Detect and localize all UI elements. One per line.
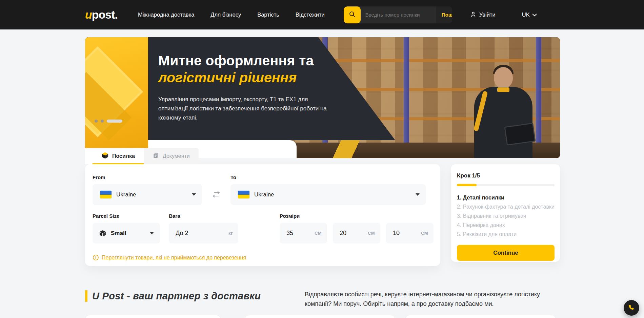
- heading-accent-bar: [85, 290, 87, 302]
- from-country-select[interactable]: Ukraine: [93, 184, 202, 205]
- dimension-length-field: СМ: [280, 223, 327, 243]
- intro-heading: U Post - ваш партнер з доставки: [92, 291, 261, 302]
- language-value: UK: [522, 12, 530, 18]
- carousel-dot[interactable]: [95, 120, 98, 123]
- dimension-width-field: СМ: [333, 223, 380, 243]
- service-card[interactable]: [245, 315, 395, 318]
- dimension-width-input[interactable]: [340, 230, 368, 237]
- to-label: To: [230, 174, 426, 180]
- parcel-size-value: Small: [111, 230, 150, 237]
- search-button[interactable]: [344, 6, 361, 23]
- parcel-size-label: Parcel Size: [93, 213, 160, 219]
- caret-down-icon: [416, 193, 420, 196]
- search-input[interactable]: [361, 6, 436, 23]
- step-item-4: 4. Перевірка даних: [457, 220, 555, 230]
- weight-input[interactable]: [176, 230, 228, 237]
- parcel-box-icon: [101, 152, 109, 161]
- caret-down-icon: [192, 193, 196, 196]
- caret-down-icon: [150, 232, 154, 234]
- nav-item-pricing[interactable]: Вартість: [257, 12, 279, 18]
- info-icon: [93, 254, 99, 261]
- intro-heading-wrap: U Post - ваш партнер з доставки: [85, 290, 261, 302]
- login-button[interactable]: Увійти: [470, 11, 496, 19]
- logo-accent: u: [85, 8, 92, 21]
- box-icon: [99, 229, 107, 237]
- hero-subtitle: Управління процесами імпорту, експорту, …: [158, 95, 328, 122]
- steps-panel: Крок 1/5 1. Деталі посилки 2. Рахунок-фа…: [451, 164, 560, 262]
- step-item-5: 5. Реквізити для оплати: [457, 230, 555, 239]
- step-item-2: 2. Рахунок-фактура та деталі доставки: [457, 202, 555, 211]
- restricted-goods-link[interactable]: Переглянути товари, які не приймаються д…: [93, 254, 434, 261]
- carousel-dots: [95, 120, 122, 123]
- logo[interactable]: upost.: [85, 8, 118, 21]
- tab-parcel-label: Посилка: [112, 153, 135, 159]
- dimension-unit: СМ: [315, 231, 322, 236]
- dimension-height-input[interactable]: [393, 230, 421, 237]
- login-label: Увійти: [479, 12, 496, 18]
- weight-label: Вага: [169, 213, 238, 219]
- dimension-length-input[interactable]: [286, 230, 315, 237]
- language-selector[interactable]: UK: [522, 12, 537, 18]
- chat-button[interactable]: [624, 300, 639, 316]
- intro-text: Відправляєте особисті речі, керуєте інте…: [305, 290, 559, 309]
- shipment-type-tabs: Посилка Документи: [85, 148, 199, 164]
- step-item-3: 3. Відправник та отримувач: [457, 211, 555, 220]
- nav-links: Міжнародна доставка Для бізнесу Вартість…: [138, 12, 325, 18]
- weight-unit: кг: [228, 231, 233, 236]
- document-icon: [153, 152, 159, 160]
- tab-documents[interactable]: Документи: [144, 148, 199, 164]
- to-country-select[interactable]: Ukraine: [230, 184, 426, 205]
- progress-bar: [457, 184, 555, 186]
- ukraine-flag-icon: [238, 191, 249, 198]
- dimensions-label: Розміри: [280, 213, 434, 219]
- steps-title: Крок 1/5: [457, 172, 555, 179]
- user-icon: [470, 11, 477, 19]
- hero-banner: Митне оформлення та логістичні рішення У…: [85, 37, 560, 158]
- calculator-card: From Ukraine To Ukraine: [85, 164, 440, 266]
- page: upost. Міжнародна доставка Для бізнесу В…: [0, 0, 644, 318]
- search-icon: [348, 10, 356, 19]
- phone-icon: [628, 304, 635, 312]
- steps-list: 1. Деталі посилки 2. Рахунок-фактура та …: [457, 193, 555, 239]
- from-label: From: [93, 174, 202, 180]
- nav-item-international[interactable]: Міжнародна доставка: [138, 12, 194, 18]
- to-country-value: Ukraine: [254, 191, 416, 198]
- worker-photo: [465, 67, 543, 158]
- navbar: upost. Міжнародна доставка Для бізнесу В…: [0, 0, 644, 29]
- nav-item-business[interactable]: Для бізнесу: [210, 12, 241, 18]
- swap-countries-button[interactable]: [202, 174, 230, 205]
- logo-text: post.: [92, 8, 118, 21]
- dimension-unit: СМ: [421, 231, 428, 236]
- parcel-size-select[interactable]: Small: [93, 223, 160, 243]
- step-item-1: 1. Деталі посилки: [457, 193, 555, 202]
- search-bar: Пошук: [344, 6, 452, 23]
- from-country-value: Ukraine: [116, 191, 192, 198]
- nav-item-track[interactable]: Відстежити: [296, 12, 325, 18]
- service-card[interactable]: [85, 315, 221, 318]
- tab-parcel[interactable]: Посилка: [93, 148, 144, 164]
- continue-button[interactable]: Continue: [457, 245, 555, 261]
- search-submit-button[interactable]: Пошук: [436, 6, 452, 23]
- dimension-height-field: СМ: [386, 223, 434, 243]
- restricted-goods-link-text[interactable]: Переглянути товари, які не приймаються д…: [102, 255, 246, 261]
- progress-bar-fill: [457, 184, 477, 186]
- hero-yellow-panel: [85, 37, 148, 148]
- carousel-dot[interactable]: [101, 120, 104, 123]
- tab-documents-label: Документи: [163, 153, 190, 159]
- chevron-down-icon: [532, 12, 537, 18]
- ukraine-flag-icon: [100, 191, 112, 198]
- service-card[interactable]: [405, 315, 556, 318]
- carousel-dot-active[interactable]: [107, 120, 122, 123]
- weight-field: кг: [169, 223, 238, 243]
- dimension-unit: СМ: [368, 231, 375, 236]
